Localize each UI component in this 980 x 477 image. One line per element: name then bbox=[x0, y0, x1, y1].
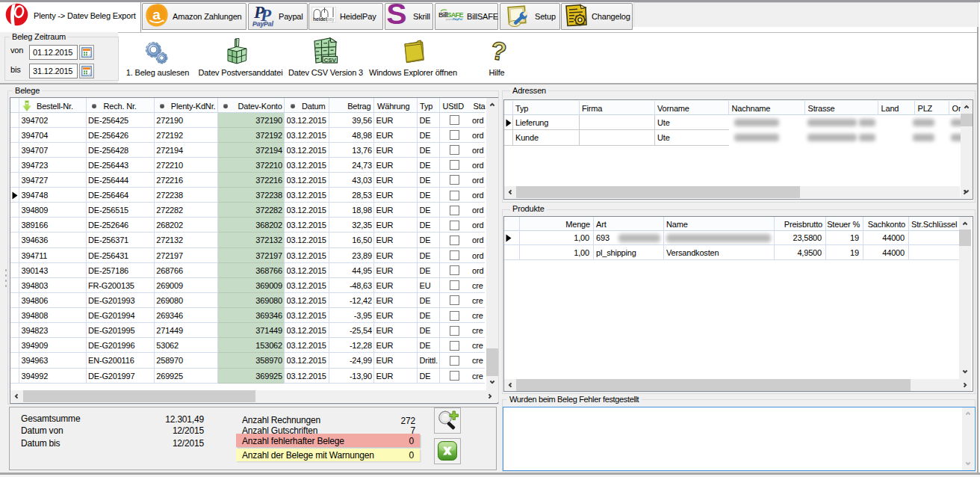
svg-text:PayPal: PayPal bbox=[252, 20, 274, 28]
svg-text:a: a bbox=[152, 7, 161, 22]
svg-text:heidel: heidel bbox=[313, 16, 327, 22]
svg-text:CSV: CSV bbox=[323, 57, 336, 64]
svg-text:pay: pay bbox=[326, 16, 335, 22]
svg-text:S: S bbox=[386, 0, 406, 30]
svg-text:?: ? bbox=[489, 36, 509, 67]
svg-text:PayPal: PayPal bbox=[453, 17, 463, 21]
